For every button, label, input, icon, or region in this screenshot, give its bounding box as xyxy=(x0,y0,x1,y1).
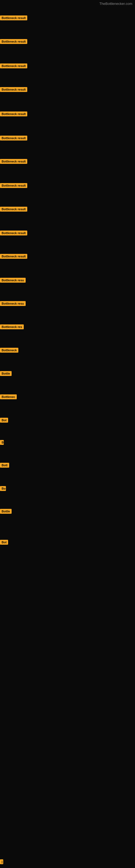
bottleneck-badge-8[interactable]: Bottleneck result xyxy=(0,183,27,188)
bottleneck-badge-20[interactable]: Bott xyxy=(0,463,9,468)
bottleneck-row-4: Bottleneck result xyxy=(0,87,27,93)
bottleneck-row-12: Bottleneck resu xyxy=(0,278,26,284)
bottleneck-row-18: Bot xyxy=(0,418,8,424)
bottleneck-row-20: Bott xyxy=(0,463,9,469)
bottleneck-row-24: | xyxy=(0,859,3,865)
bottleneck-badge-12[interactable]: Bottleneck resu xyxy=(0,278,26,283)
bottleneck-badge-10[interactable]: Bottleneck result xyxy=(0,230,27,236)
bottleneck-badge-3[interactable]: Bottleneck result xyxy=(0,63,27,68)
bottleneck-row-19: B xyxy=(0,440,4,446)
bottleneck-badge-13[interactable]: Bottleneck resu xyxy=(0,301,26,306)
bottleneck-badge-14[interactable]: Bottleneck res xyxy=(0,324,24,329)
bottleneck-row-14: Bottleneck res xyxy=(0,324,24,330)
bottleneck-row-2: Bottleneck result xyxy=(0,39,27,45)
bottleneck-row-11: Bottleneck result xyxy=(0,254,27,260)
bottleneck-badge-4[interactable]: Bottleneck result xyxy=(0,87,27,92)
bottleneck-row-7: Bottleneck result xyxy=(0,159,27,165)
bottleneck-badge-24[interactable]: | xyxy=(0,859,3,864)
bottleneck-row-3: Bottleneck result xyxy=(0,63,27,69)
bottleneck-badge-22[interactable]: Bottle xyxy=(0,509,12,514)
bottleneck-badge-6[interactable]: Bottleneck result xyxy=(0,135,27,141)
bottleneck-badge-11[interactable]: Bottleneck result xyxy=(0,254,27,259)
bottleneck-row-22: Bottle xyxy=(0,509,12,515)
bottleneck-row-23: Bot xyxy=(0,540,8,546)
bottleneck-row-9: Bottleneck result xyxy=(0,207,27,213)
bottleneck-badge-23[interactable]: Bot xyxy=(0,540,8,545)
bottleneck-row-10: Bottleneck result xyxy=(0,230,27,237)
bottleneck-badge-7[interactable]: Bottleneck result xyxy=(0,159,27,164)
bottleneck-row-17: Bottlenec xyxy=(0,394,17,400)
bottleneck-row-15: Bottleneck xyxy=(0,348,18,354)
bottleneck-badge-21[interactable]: Bo xyxy=(0,486,6,491)
bottleneck-row-5: Bottleneck result xyxy=(0,112,27,118)
site-title: TheBottlenecker.com xyxy=(99,2,132,6)
bottleneck-row-16: Bottle xyxy=(0,371,12,377)
bottleneck-badge-5[interactable]: Bottleneck result xyxy=(0,112,27,116)
bottleneck-row-13: Bottleneck resu xyxy=(0,301,26,307)
bottleneck-row-21: Bo xyxy=(0,486,6,492)
bottleneck-badge-16[interactable]: Bottle xyxy=(0,371,12,376)
bottleneck-badge-1[interactable]: Bottleneck result xyxy=(0,16,27,20)
bottleneck-row-8: Bottleneck result xyxy=(0,183,27,189)
bottleneck-row-6: Bottleneck result xyxy=(0,135,27,142)
bottleneck-row-1: Bottleneck result xyxy=(0,16,27,22)
bottleneck-badge-17[interactable]: Bottlenec xyxy=(0,394,17,399)
bottleneck-badge-2[interactable]: Bottleneck result xyxy=(0,39,27,44)
bottleneck-badge-18[interactable]: Bot xyxy=(0,418,8,423)
bottleneck-badge-19[interactable]: B xyxy=(0,440,4,445)
bottleneck-badge-9[interactable]: Bottleneck result xyxy=(0,207,27,212)
bottleneck-badge-15[interactable]: Bottleneck xyxy=(0,348,18,352)
